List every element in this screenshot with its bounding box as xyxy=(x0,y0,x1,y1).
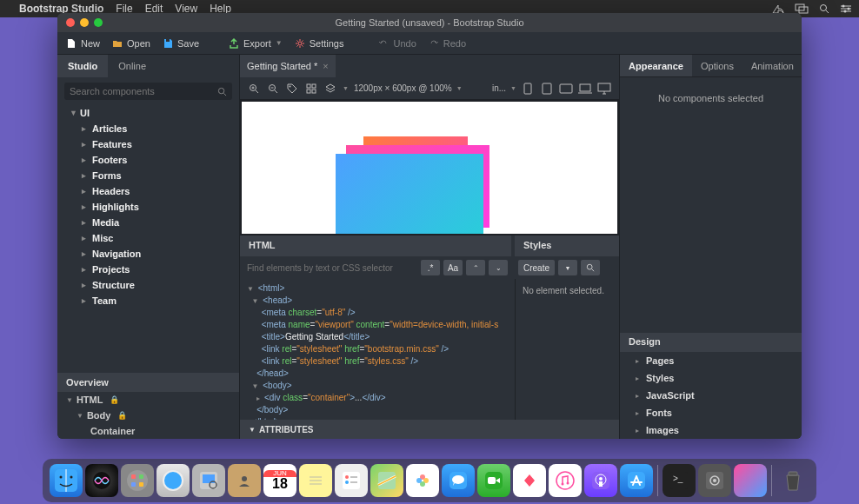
html-code-view[interactable]: ▼ <html> ▼ <head> <meta charset="utf-8" … xyxy=(240,279,515,420)
dock-reminders-icon[interactable] xyxy=(335,464,368,497)
grid-icon[interactable] xyxy=(304,82,318,96)
search-components[interactable] xyxy=(64,83,232,100)
tree-projects[interactable]: ▸Projects xyxy=(57,262,239,277)
export-button[interactable]: Export▼ xyxy=(229,38,283,49)
tree-structure[interactable]: ▸Structure xyxy=(57,277,239,293)
regex-button[interactable]: .* xyxy=(421,260,440,275)
dock-terminal-icon[interactable]: >_ xyxy=(663,464,696,497)
device-phone-icon[interactable] xyxy=(520,82,536,96)
case-button[interactable]: Aa xyxy=(443,260,463,275)
dock-facetime-icon[interactable] xyxy=(477,464,510,497)
tree-team[interactable]: ▸Team xyxy=(57,293,239,308)
dock-news-icon[interactable] xyxy=(513,464,546,497)
tree-media[interactable]: ▸Media xyxy=(57,215,239,230)
device-select[interactable]: in...▼ xyxy=(492,83,516,93)
undo-button[interactable]: Undo xyxy=(378,38,416,49)
canvas[interactable] xyxy=(240,100,619,235)
search-input[interactable] xyxy=(70,86,217,96)
window-zoom-button[interactable] xyxy=(94,18,103,27)
window-close-button[interactable] xyxy=(66,18,75,27)
design-javascript[interactable]: ▸JavaScript xyxy=(620,387,802,404)
layers-icon[interactable] xyxy=(323,82,337,96)
dock-trash-icon[interactable] xyxy=(776,464,809,497)
attributes-panel-header[interactable]: ▼ ATTRIBUTES xyxy=(240,420,619,439)
tree-footers[interactable]: ▸Footers xyxy=(57,152,239,168)
dock-preferences-icon[interactable] xyxy=(698,464,731,497)
dock-safari-icon[interactable] xyxy=(156,464,190,497)
tree-navigation[interactable]: ▸Navigation xyxy=(57,246,239,262)
find-input[interactable] xyxy=(247,263,417,273)
tree-ui[interactable]: ▼UI xyxy=(57,105,239,121)
chevron-right-icon: ▸ xyxy=(82,187,89,196)
redo-button[interactable]: Redo xyxy=(429,38,466,49)
tab-online[interactable]: Online xyxy=(108,55,156,77)
tab-animation[interactable]: Animation xyxy=(742,55,802,76)
tree-highlights[interactable]: ▸Highlights xyxy=(57,199,239,215)
design-styles[interactable]: ▸Styles xyxy=(620,369,802,387)
dock-siri-icon[interactable] xyxy=(85,464,118,497)
svg-point-20 xyxy=(290,85,291,87)
file-tab-getting-started[interactable]: Getting Started * × xyxy=(240,55,336,77)
settings-button[interactable]: Settings xyxy=(295,38,344,49)
dock-appstore-icon[interactable] xyxy=(620,464,653,497)
tab-options[interactable]: Options xyxy=(692,55,742,76)
device-laptop-icon[interactable] xyxy=(577,82,593,96)
open-button[interactable]: Open xyxy=(112,38,150,49)
dock-separator xyxy=(771,465,772,496)
prev-match-button[interactable]: ⌃ xyxy=(466,260,485,275)
dock-itunes-icon[interactable] xyxy=(549,464,582,497)
save-button[interactable]: Save xyxy=(163,38,199,49)
design-fonts[interactable]: ▸Fonts xyxy=(620,404,802,421)
svg-rect-22 xyxy=(312,84,316,88)
tab-studio[interactable]: Studio xyxy=(57,55,108,77)
style-search-button[interactable] xyxy=(581,260,600,275)
close-icon[interactable]: × xyxy=(323,61,328,71)
spotlight-icon[interactable] xyxy=(819,3,829,14)
dock-launchpad-icon[interactable] xyxy=(121,464,154,497)
overview-html[interactable]: ▼HTML🔒 xyxy=(57,392,239,408)
next-match-button[interactable]: ⌄ xyxy=(489,260,508,275)
window-minimize-button[interactable] xyxy=(80,18,89,27)
device-tablet-icon[interactable] xyxy=(539,82,555,96)
tree-articles[interactable]: ▸Articles xyxy=(57,121,239,136)
tree-features[interactable]: ▸Features xyxy=(57,136,239,152)
dock-maps-icon[interactable] xyxy=(370,464,403,497)
save-icon xyxy=(163,38,173,49)
dock-bootstrapstudio-icon[interactable] xyxy=(734,464,767,497)
dock-contacts-icon[interactable] xyxy=(228,464,261,497)
device-landscape-icon[interactable] xyxy=(558,82,574,96)
canvas-page[interactable] xyxy=(242,102,617,234)
canvas-zoom-info[interactable]: 1200px × 600px @ 100%▼ xyxy=(354,83,463,93)
overview-body[interactable]: ▼Body🔒 xyxy=(57,408,239,423)
dock-preview-icon[interactable] xyxy=(192,464,225,497)
tree-forms[interactable]: ▸Forms xyxy=(57,168,239,183)
dock-podcasts-icon[interactable] xyxy=(584,464,617,497)
design-pages[interactable]: ▸Pages xyxy=(620,352,802,369)
tab-appearance[interactable]: Appearance xyxy=(620,55,692,76)
dock-notes-icon[interactable] xyxy=(299,464,332,497)
svg-point-57 xyxy=(345,481,349,484)
tag-icon[interactable] xyxy=(285,82,299,96)
create-style-button[interactable]: Create xyxy=(518,260,555,275)
dock-finder-icon[interactable] xyxy=(50,464,83,497)
control-center-icon[interactable] xyxy=(840,3,852,14)
create-dropdown-button[interactable]: ▼ xyxy=(558,260,577,275)
file-icon xyxy=(66,38,77,49)
new-button[interactable]: New xyxy=(66,38,100,49)
design-images[interactable]: ▸Images xyxy=(620,421,802,439)
tree-headers[interactable]: ▸Headers xyxy=(57,183,239,199)
tree-misc[interactable]: ▸Misc xyxy=(57,230,239,246)
zoom-in-icon[interactable] xyxy=(247,82,261,96)
svg-rect-40 xyxy=(131,474,136,479)
dock-photos-icon[interactable] xyxy=(406,464,439,497)
chevron-down-icon: ▼ xyxy=(70,109,77,117)
zoom-out-icon[interactable] xyxy=(266,82,280,96)
svg-point-71 xyxy=(555,470,576,491)
canvas-shape-blue[interactable] xyxy=(336,154,483,234)
dock-messages-icon[interactable] xyxy=(442,464,475,497)
chevron-down-icon[interactable]: ▼ xyxy=(343,85,349,91)
dock-calendar-icon[interactable]: JUN18 xyxy=(263,464,296,497)
overview-container[interactable]: Container xyxy=(57,423,239,439)
device-desktop-icon[interactable] xyxy=(596,82,612,96)
toolbar: New Open Save Export▼ Settings Undo Redo xyxy=(57,32,802,55)
